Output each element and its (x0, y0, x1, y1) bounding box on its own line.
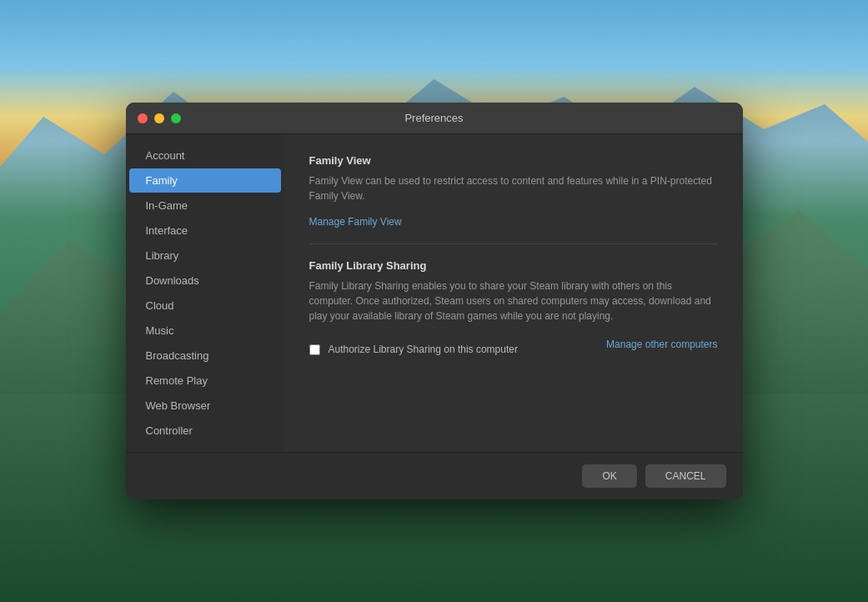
minimize-button[interactable] (154, 113, 164, 123)
cancel-button[interactable]: CANCEL (645, 464, 726, 488)
sidebar-item-controller[interactable]: Controller (129, 419, 281, 443)
family-view-section: Family View Family View can be used to r… (309, 154, 718, 228)
close-button[interactable] (138, 113, 148, 123)
sidebar-item-cloud[interactable]: Cloud (129, 293, 281, 318)
sidebar-item-in-game[interactable]: In-Game (129, 193, 281, 218)
maximize-button[interactable] (171, 113, 181, 123)
authorize-sharing-label[interactable]: Authorize Library Sharing on this comput… (329, 344, 518, 355)
sidebar-item-library[interactable]: Library (129, 243, 281, 268)
authorize-sharing-checkbox[interactable] (309, 344, 320, 355)
manage-other-computers-link[interactable]: Manage other computers (606, 339, 717, 350)
manage-family-view-link[interactable]: Manage Family View (309, 216, 402, 228)
family-library-sharing-section: Family Library Sharing Family Library Sh… (309, 259, 718, 355)
sidebar-item-interface[interactable]: Interface (129, 218, 281, 243)
section-divider (309, 243, 718, 244)
window-body: Account Family In-Game Interface Library… (126, 134, 743, 452)
library-sharing-row: Authorize Library Sharing on this comput… (309, 334, 718, 355)
sidebar-item-broadcasting[interactable]: Broadcasting (129, 344, 281, 368)
preferences-window: Preferences Account Family In-Game Inter… (126, 103, 743, 499)
sidebar-item-remote-play[interactable]: Remote Play (129, 369, 281, 393)
titlebar-buttons (138, 113, 181, 123)
window-title: Preferences (404, 112, 463, 124)
sidebar-item-family[interactable]: Family (129, 168, 281, 193)
authorize-checkbox-row: Authorize Library Sharing on this comput… (309, 344, 518, 355)
sidebar-item-account[interactable]: Account (129, 143, 281, 168)
sidebar: Account Family In-Game Interface Library… (126, 134, 284, 452)
family-view-title: Family View (309, 154, 718, 167)
sidebar-item-web-browser[interactable]: Web Browser (129, 394, 281, 418)
footer: OK CANCEL (126, 452, 743, 499)
family-view-desc: Family View can be used to restrict acce… (309, 173, 718, 203)
titlebar: Preferences (126, 103, 743, 134)
family-library-sharing-desc: Family Library Sharing enables you to sh… (309, 278, 718, 324)
sidebar-item-music[interactable]: Music (129, 319, 281, 343)
content-area: Family View Family View can be used to r… (284, 134, 743, 452)
family-library-sharing-title: Family Library Sharing (309, 259, 718, 272)
sidebar-item-downloads[interactable]: Downloads (129, 268, 281, 293)
ok-button[interactable]: OK (582, 464, 636, 488)
